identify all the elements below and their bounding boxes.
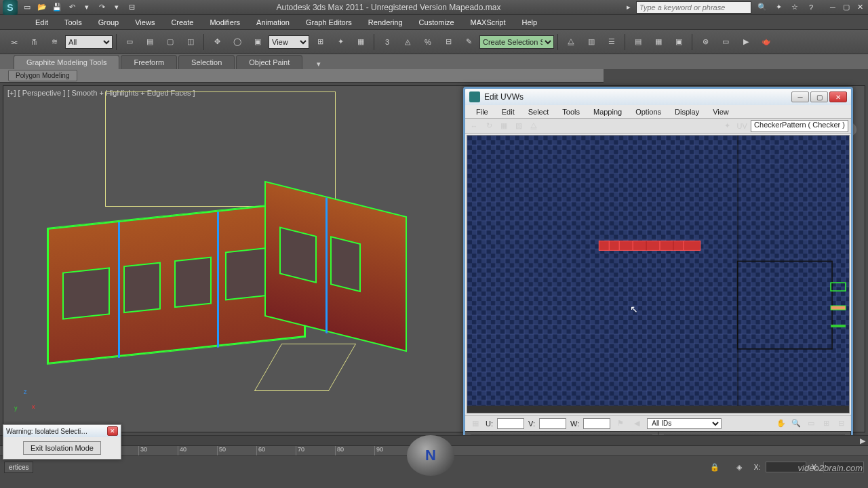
uv-minimize-icon[interactable]: ─ (791, 92, 809, 102)
exit-isolation-button[interactable]: Exit Isolation Mode (23, 441, 101, 455)
key-mode-icon[interactable]: ◈ (730, 458, 749, 476)
favorites-icon[interactable]: ☆ (789, 2, 800, 13)
uv-texture-dropdown[interactable]: CheckerPattern ( Checker ) (751, 120, 848, 132)
uv-menu-select[interactable]: Select (521, 106, 556, 117)
uv-zoom-region-icon[interactable]: ▭ (805, 418, 817, 430)
named-selection-dropdown[interactable]: Create Selection Se (479, 35, 554, 49)
uv-mirror-icon[interactable]: ⧋ (528, 120, 540, 132)
select-rect-icon[interactable]: ▢ (161, 33, 180, 52)
uv-rotate-icon[interactable]: ↻ (483, 120, 495, 132)
open-icon[interactable]: 📂 (37, 2, 47, 13)
uv-rel-icon[interactable]: ◀ (631, 418, 643, 430)
redo-icon[interactable]: ↷ (96, 2, 107, 13)
app-logo[interactable]: S (3, 0, 18, 15)
uv-uv-icon[interactable]: UV (736, 120, 748, 132)
uv-zoom-icon[interactable]: 🔍 (790, 418, 802, 430)
menu-rendering[interactable]: Rendering (360, 16, 411, 28)
menu-modifiers[interactable]: Modifiers (201, 16, 248, 28)
select-object-icon[interactable]: ▭ (120, 33, 139, 52)
uv-menu-display[interactable]: Display (668, 106, 706, 117)
comm-center-icon[interactable]: ✦ (773, 2, 784, 13)
render-icon[interactable]: ▶ (736, 33, 755, 52)
uv-show-map-icon[interactable]: ✦ (721, 120, 733, 132)
ribbon-expand-icon[interactable]: ▾ (312, 58, 326, 69)
select-name-icon[interactable]: ▤ (140, 33, 159, 52)
angle-snap-icon[interactable]: ◬ (398, 33, 417, 52)
rotate-icon[interactable]: ◯ (228, 33, 247, 52)
uv-freeform-icon[interactable]: ▨ (513, 120, 525, 132)
ribbon-tab-graphite[interactable]: Graphite Modeling Tools (14, 55, 119, 69)
keyboard-shortcut-icon[interactable]: ▦ (351, 33, 370, 52)
uv-maximize-icon[interactable]: ▢ (810, 92, 828, 102)
uv-menu-tools[interactable]: Tools (555, 106, 587, 117)
close-icon[interactable]: ✕ (854, 3, 865, 12)
curve-editor-icon[interactable]: ▤ (629, 33, 648, 52)
menu-tools[interactable]: Tools (56, 16, 90, 28)
render-frame-icon[interactable]: ▭ (716, 33, 735, 52)
menu-help[interactable]: Help (514, 16, 546, 28)
polygon-modeling-button[interactable]: Polygon Modeling (8, 70, 77, 81)
link-icon[interactable]: ⊟ (126, 2, 137, 13)
ribbon-tab-selection[interactable]: Selection (178, 55, 235, 69)
ref-coord-dropdown[interactable]: View (269, 35, 309, 49)
uv-close-icon[interactable]: ✕ (829, 92, 847, 102)
menu-create[interactable]: Create (163, 16, 201, 28)
teapot-icon[interactable]: 🫖 (757, 33, 776, 52)
warning-close-icon[interactable]: ✕ (107, 426, 118, 436)
render-setup-icon[interactable]: ⊗ (696, 33, 715, 52)
uv-abs-icon[interactable]: ⚑ (614, 418, 627, 430)
unlink-icon[interactable]: ⫚ (24, 33, 43, 52)
material-editor-icon[interactable]: ▣ (669, 33, 688, 52)
redo-dd-icon[interactable]: ▾ (111, 2, 122, 13)
lock-selection-icon[interactable]: 🔒 (705, 458, 724, 476)
uv-lock-icon[interactable]: ▦ (469, 418, 481, 430)
uv-fit-icon[interactable]: ⊞ (820, 418, 832, 430)
menu-customize[interactable]: Customize (411, 16, 462, 28)
menu-maxscript[interactable]: MAXScript (462, 16, 514, 28)
search-icon[interactable]: 🔍 (757, 2, 768, 13)
uv-pan-icon[interactable]: ✋ (775, 418, 787, 430)
new-icon[interactable]: ▭ (22, 2, 33, 13)
minimize-icon[interactable]: ─ (827, 3, 838, 12)
percent-snap-icon[interactable]: % (418, 33, 437, 52)
uv-menu-view[interactable]: View (706, 106, 736, 117)
save-icon[interactable]: 💾 (52, 2, 62, 13)
scale-icon[interactable]: ▣ (248, 33, 267, 52)
warning-titlebar[interactable]: Warning: Isolated Selecti… ✕ (3, 425, 121, 437)
undo-icon[interactable]: ↶ (66, 2, 77, 13)
uv-menu-file[interactable]: File (469, 106, 495, 117)
uv-ids-dropdown[interactable]: All IDs (647, 418, 722, 429)
bind-icon[interactable]: ≋ (45, 33, 64, 52)
spinner-snap-icon[interactable]: ⊟ (439, 33, 458, 52)
select-link-icon[interactable]: ⫘ (4, 33, 23, 52)
uv-options-icon[interactable]: ⊟ (835, 418, 847, 430)
menu-graph-editors[interactable]: Graph Editors (298, 16, 360, 28)
manipulate-icon[interactable]: ✦ (331, 33, 350, 52)
mirror-icon[interactable]: ⧋ (561, 33, 580, 52)
edit-named-sel-icon[interactable]: ✎ (459, 33, 478, 52)
menu-views[interactable]: Views (127, 16, 163, 28)
ribbon-tab-object-paint[interactable]: Object Paint (236, 55, 302, 69)
uv-menu-options[interactable]: Options (629, 106, 668, 117)
maximize-icon[interactable]: ▢ (841, 3, 852, 12)
uv-canvas[interactable]: ↖ (467, 135, 850, 413)
ribbon-tab-freeform[interactable]: Freeform (121, 55, 177, 69)
align-icon[interactable]: ▥ (582, 33, 601, 52)
v-field[interactable] (539, 418, 566, 429)
uv-titlebar[interactable]: Edit UVWs ─ ▢ ✕ (465, 89, 851, 105)
isolation-warning-dialog[interactable]: Warning: Isolated Selecti… ✕ Exit Isolat… (3, 424, 121, 460)
w-field[interactable] (583, 418, 610, 429)
search-input[interactable] (636, 1, 751, 14)
layers-icon[interactable]: ☰ (602, 33, 621, 52)
uv-menu-edit[interactable]: Edit (495, 106, 521, 117)
undo-dd-icon[interactable]: ▾ (81, 2, 92, 13)
menu-animation[interactable]: Animation (248, 16, 298, 28)
selection-filter-dropdown[interactable]: All (65, 35, 113, 49)
uv-menu-mapping[interactable]: Mapping (587, 106, 629, 117)
u-field[interactable] (497, 418, 524, 429)
uv-scale-icon[interactable]: ▦ (498, 120, 510, 132)
menu-group[interactable]: Group (90, 16, 127, 28)
pivot-icon[interactable]: ⊞ (311, 33, 330, 52)
uv-move-icon[interactable]: ↔ (468, 120, 480, 132)
snap-toggle-icon[interactable]: 3 (378, 33, 397, 52)
